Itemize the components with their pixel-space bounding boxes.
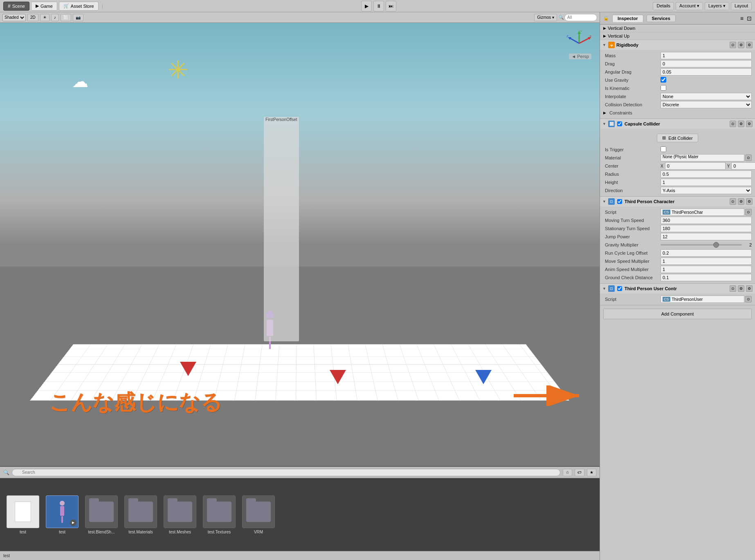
asset-search-input[interactable] [12,469,560,476]
tab-asset-store[interactable]: 🛒 Asset Store [59,2,99,11]
tag-button[interactable]: 🏷 [575,469,584,476]
asset-item-textures[interactable]: test.Textures [203,495,236,534]
camera-button[interactable]: 📷 [73,14,83,21]
tab-scene[interactable]: # Scene [3,2,29,11]
tpuc-title: Third Person User Contr [625,286,728,291]
ref-icon-btn[interactable]: ⊙ [730,121,736,127]
asset-item-test-file[interactable]: test [7,495,39,534]
shading-select[interactable]: Shaded [2,14,26,21]
tpc-enabled-checkbox[interactable] [617,199,622,204]
constraints-row[interactable]: ▶ Constraints [603,109,752,117]
collision-detection-select[interactable]: Discrete [661,101,752,108]
menu-icon[interactable]: ≡ [740,15,744,22]
tpuc-enabled-checkbox[interactable] [617,286,622,291]
jump-power-label: Jump Power [603,234,661,239]
capsule-collider-section: ▼ ⬜ Capsule Collider ⊙ ⚙ ⚙ [600,119,755,197]
rigidbody-icon: ⬙ [608,42,615,48]
tab-services[interactable]: Services [647,15,676,22]
scene-search-input[interactable] [564,14,597,21]
gizmos-button[interactable]: Gizmos ▾ [534,14,557,21]
vertical-down-row[interactable]: ▶ Vertical Down [600,25,755,32]
add-component-button[interactable]: Add Component [603,309,752,319]
third-person-user-header[interactable]: ▼ ⊡ Third Person User Contr ⊙ ⚙ ⚙ [600,284,755,293]
tab-inspector[interactable]: Inspector [612,15,643,22]
third-person-user-section: ▼ ⊡ Third Person User Contr ⊙ ⚙ ⚙ Script [600,284,755,305]
rigidbody-header[interactable]: ▼ ⬙ Rigidbody ⊙ ⚙ ⚙ [600,40,755,50]
gravity-slider[interactable] [661,244,742,246]
is-kinematic-checkbox[interactable] [661,85,666,91]
settings-icon-btn[interactable]: ⚙ [738,42,744,48]
2d-button[interactable]: 2D [27,14,38,21]
layers-button[interactable]: Layers ▾ [705,2,729,10]
asset-item-meshes[interactable]: test.Meshes [164,495,196,534]
use-gravity-checkbox[interactable] [661,77,666,83]
gravity-slider-container: 2 [661,242,752,247]
drag-input[interactable] [661,60,752,67]
inspector-scroll[interactable]: ▶ Vertical Down ▶ Vertical Up ▼ ⬙ Rigidb… [600,25,755,560]
capsule-enabled-checkbox[interactable] [617,121,622,126]
angular-drag-label: Angular Drag [603,69,661,74]
ref-icon-btn[interactable]: ⊙ [730,198,736,205]
gear-icon-btn[interactable]: ⚙ [746,198,753,205]
radius-input[interactable] [661,170,752,178]
tab-game[interactable]: ▶ Game [31,2,57,11]
settings-icon-btn[interactable]: ⚙ [738,285,744,292]
center-y-input[interactable] [731,162,755,170]
light-button[interactable]: ☀ [40,14,49,21]
gear-icon-btn[interactable]: ⚙ [746,42,753,48]
anim-speed-multiplier-label: Anim Speed Multiplier [603,267,661,272]
move-speed-multiplier-label: Move Speed Multiplier [603,259,661,264]
constraints-label: Constraints [608,110,665,115]
fav-button[interactable]: ★ [587,469,596,476]
jump-power-input[interactable] [661,233,752,240]
moving-turn-speed-input[interactable] [661,217,752,224]
ref-icon-btn[interactable]: ⊙ [730,42,736,48]
material-ref-btn[interactable]: ⊙ [745,155,752,161]
height-input[interactable] [661,179,752,186]
script-field: CS ThirdPersonChar ⊙ [661,208,752,216]
tpuc-script-ref-btn[interactable]: ⊙ [745,296,752,302]
third-person-char-header[interactable]: ▼ ⊡ Third Person Character ⊙ ⚙ ⚙ [600,197,755,206]
account-button[interactable]: Account ▾ [676,2,703,10]
layout-button[interactable]: Layout [731,2,752,10]
settings-icon-btn[interactable]: ⚙ [738,198,744,205]
asset-list: test ▶ [0,478,600,551]
mass-input[interactable] [661,52,752,59]
gear-icon-btn[interactable]: ⚙ [746,121,753,127]
sound-button[interactable]: ♪ [51,14,59,21]
settings-icon-btn[interactable]: ⚙ [738,121,744,127]
asset-item-blendsh[interactable]: test.BlendSh... [85,495,118,534]
resize-icon[interactable]: ⊡ [747,15,752,22]
edit-collider-button[interactable]: ⊞ Edit Collider [657,134,698,142]
details-button[interactable]: Details [653,2,674,10]
stationary-turn-speed-value [661,225,752,232]
gear-icon-btn[interactable]: ⚙ [746,285,753,292]
asset-item-test-char[interactable]: ▶ test [46,495,79,534]
bookmark-button[interactable]: ☆ [563,469,572,476]
direction-select[interactable]: Y-Axis [661,187,752,194]
ref-icon-btn[interactable]: ⊙ [730,285,736,292]
center-x-input[interactable] [665,162,726,170]
vertical-up-row[interactable]: ▶ Vertical Up [600,32,755,40]
effects-button[interactable]: ⬜ [61,14,71,21]
play-button[interactable]: ▶ [361,1,372,11]
material-input[interactable]: None (Physic Mater [661,154,744,161]
capsule-collider-header[interactable]: ▼ ⬜ Capsule Collider ⊙ ⚙ ⚙ [600,119,755,129]
ground-check-distance-input[interactable] [661,274,752,281]
asset-item-vrm[interactable]: VRM [242,495,275,534]
step-button[interactable]: ⏭ [386,1,396,11]
scene-viewport: ✳ ☁ FirstPersonOffset こんな感じになる [0,23,600,466]
script-ref-btn[interactable]: ⊙ [745,209,752,215]
tpuc-script-input[interactable]: CS ThirdPersonUser [661,296,744,303]
anim-speed-multiplier-input[interactable] [661,266,752,273]
angular-drag-input[interactable] [661,68,752,76]
run-cycle-leg-offset-input[interactable] [661,249,752,257]
pause-button[interactable]: ⏸ [373,1,384,11]
bottom-status: test [0,551,600,560]
move-speed-multiplier-input[interactable] [661,258,752,265]
stationary-turn-speed-input[interactable] [661,225,752,232]
script-input[interactable]: CS ThirdPersonChar [661,208,744,216]
asset-item-materials[interactable]: test.Materials [124,495,157,534]
is-trigger-checkbox[interactable] [661,146,666,152]
interpolate-select[interactable]: None [661,93,752,100]
